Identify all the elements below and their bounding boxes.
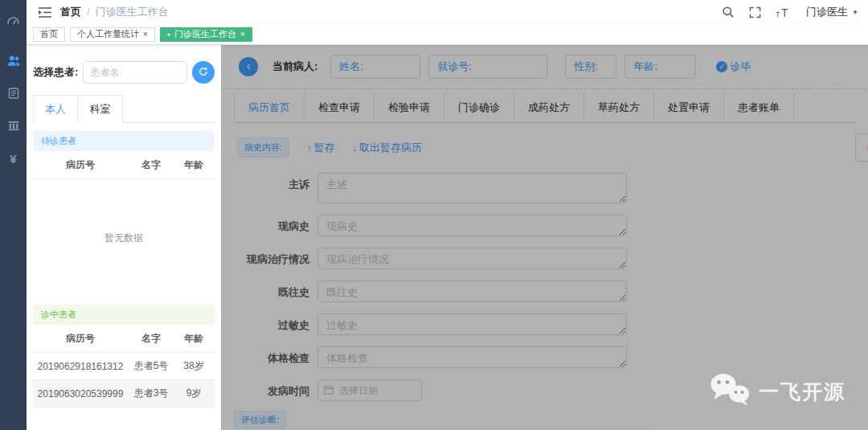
font-size-icon[interactable]: TT — [776, 6, 792, 18]
active-dot-icon: ● — [167, 31, 170, 37]
watermark-text: 一飞开源 — [759, 379, 845, 405]
wechat-icon — [708, 372, 751, 411]
refresh-icon — [199, 67, 208, 79]
patient-panel: 选择患者: 本人 科室 待诊患者 病历号 名字 年龄 暂无数据 诊中患者 病历号… — [27, 45, 221, 430]
search-icon[interactable] — [722, 6, 735, 18]
close-icon[interactable]: × — [143, 30, 148, 39]
cell-name: 患者5号 — [128, 359, 174, 373]
dashboard-icon — [6, 14, 20, 30]
empty-state-text: 暂无数据 — [33, 179, 215, 297]
fullscreen-icon[interactable] — [749, 6, 761, 18]
cell-age: 38岁 — [174, 359, 213, 373]
building-icon — [7, 119, 20, 134]
sidebar-item-patients[interactable] — [0, 47, 27, 77]
tag-label: 门诊医生工作台 — [174, 28, 236, 40]
chevron-down-icon: ▼ — [852, 9, 858, 16]
user-menu-label: 门诊医生 — [806, 5, 848, 19]
breadcrumb-home[interactable]: 首页 — [60, 6, 81, 18]
column-age: 年龄 — [174, 332, 213, 346]
app-icon-rail: ¥ — [0, 0, 27, 430]
select-patient-label: 选择患者: — [33, 65, 78, 80]
tag-label: 首页 — [40, 28, 58, 40]
in-progress-patients-header: 诊中患者 — [33, 305, 215, 325]
patient-row[interactable]: 2019062918161312 患者5号 38岁 — [33, 353, 215, 380]
column-name: 名字 — [128, 332, 174, 346]
cell-record-no: 2019063020539999 — [33, 388, 128, 399]
close-icon[interactable]: × — [240, 30, 245, 39]
column-record-no: 病历号 — [33, 158, 128, 172]
tag-label: 个人工作量统计 — [77, 28, 139, 40]
svg-text:T: T — [776, 10, 780, 18]
tag-workload-stats[interactable]: 个人工作量统计 × — [70, 27, 155, 42]
in-progress-table-header: 病历号 名字 年龄 — [33, 325, 215, 353]
waiting-patients-header: 待诊患者 — [33, 131, 215, 151]
column-age: 年龄 — [174, 158, 213, 172]
breadcrumb: 首页/门诊医生工作台 — [60, 5, 169, 19]
breadcrumb-current: 门诊医生工作台 — [96, 6, 169, 18]
tag-doctor-workbench[interactable]: ● 门诊医生工作台 × — [160, 27, 252, 42]
cell-age: 9岁 — [174, 387, 213, 400]
sidebar-item-billing[interactable]: ¥ — [0, 143, 27, 174]
sidebar-item-departments[interactable] — [0, 111, 27, 141]
column-record-no: 病历号 — [33, 332, 128, 346]
patient-scope-tabs: 本人 科室 — [33, 95, 215, 123]
records-icon — [7, 87, 20, 102]
user-menu[interactable]: 门诊医生 ▼ — [806, 5, 858, 19]
top-header: 首页/门诊医生工作台 TT 门诊医生 ▼ — [27, 0, 868, 24]
tab-department[interactable]: 科室 — [78, 95, 123, 123]
waiting-table-header: 病历号 名字 年龄 — [33, 151, 215, 179]
patient-search-input[interactable] — [83, 61, 187, 84]
yen-icon: ¥ — [10, 152, 16, 166]
workbench-main: ‹ 当前病人: 姓名: 就诊号: 性别: 年龄: ✓ 诊毕 病历首页 检查申请 … — [221, 45, 868, 430]
refresh-button[interactable] — [192, 61, 215, 84]
tab-mine[interactable]: 本人 — [33, 95, 78, 123]
sidebar-item-dashboard[interactable] — [0, 6, 27, 37]
svg-text:T: T — [781, 6, 788, 18]
watermark: 一飞开源 — [708, 372, 845, 411]
sidebar-item-records[interactable] — [0, 79, 27, 109]
tags-view-bar: 首页 个人工作量统计 × ● 门诊医生工作台 × — [27, 24, 868, 45]
column-name: 名字 — [128, 158, 174, 172]
collapse-sidebar-icon[interactable] — [38, 6, 52, 18]
cell-name: 患者3号 — [128, 387, 174, 400]
patients-icon — [6, 54, 21, 71]
cell-record-no: 2019062918161312 — [33, 361, 128, 372]
breadcrumb-separator: / — [87, 6, 90, 18]
tag-home[interactable]: 首页 — [33, 27, 65, 42]
patient-row[interactable]: 2019063020539999 患者3号 9岁 — [33, 380, 215, 407]
